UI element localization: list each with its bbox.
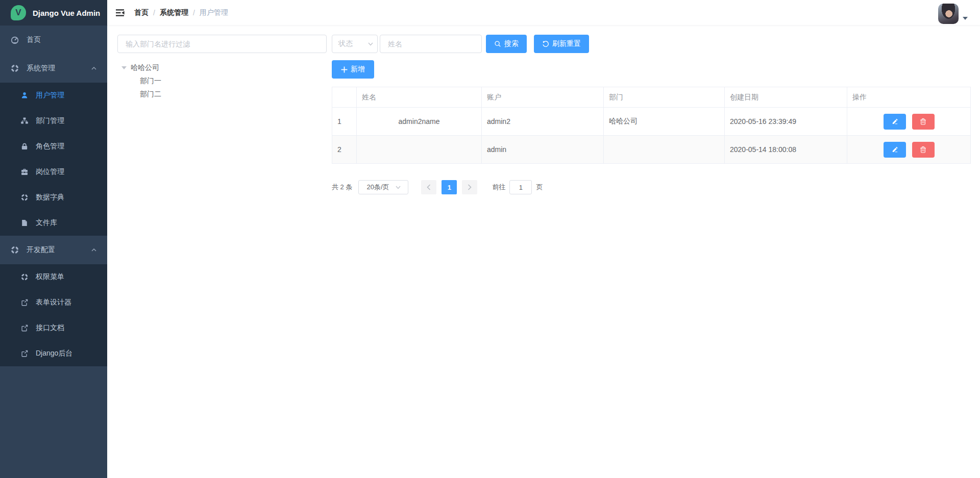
sidebar-section-system[interactable]: 系统管理 [0,54,107,83]
cell-name [357,136,482,164]
search-button[interactable]: 搜索 [486,35,527,53]
edit-pencil-icon [891,118,898,125]
sidebar-item-label: 角色管理 [36,142,64,151]
search-button-label: 搜索 [504,39,519,48]
vue-logo-icon: V [11,5,26,20]
plus-icon [341,66,348,73]
sidebar-item-home[interactable]: 首页 [0,26,107,54]
aim-icon [10,64,19,73]
sidebar-toggle-button[interactable] [107,0,133,26]
sidebar-item-label: 接口文档 [36,323,64,333]
main-area: 首页 / 系统管理 / 用户管理 哈哈公司 [107,0,980,478]
col-header-account: 账户 [482,87,604,108]
pagination-jumper: 前往 页 [492,180,543,194]
sidebar-item-files[interactable]: 文件库 [0,210,107,236]
status-select[interactable]: 状态 [332,35,378,53]
department-tree: 哈哈公司 部门一 部门二 [117,61,327,101]
tree-node-child[interactable]: 部门一 [117,74,327,88]
page-number-button[interactable]: 1 [442,180,457,194]
briefcase-icon [20,168,29,176]
chevron-down-icon [396,186,401,189]
dashboard-icon [10,35,19,44]
hamburger-icon [115,8,125,18]
user-menu[interactable] [938,1,968,24]
sidebar-item-permission-menu[interactable]: 权限菜单 [0,264,107,290]
department-filter-input[interactable] [117,35,327,53]
row-actions [852,142,965,158]
refresh-reset-button-label: 刷新重置 [552,39,581,48]
breadcrumb-home[interactable]: 首页 [134,8,149,17]
col-header-created: 创建日期 [725,87,847,108]
lock-icon [20,142,29,150]
edit-button[interactable] [884,142,906,158]
breadcrumb-system[interactable]: 系统管理 [160,8,188,17]
user-icon [20,91,29,99]
add-user-button[interactable]: 新增 [332,60,374,79]
department-panel: 哈哈公司 部门一 部门二 [117,35,327,194]
app-title: Django Vue Admin [33,9,100,17]
tree-node-label: 部门一 [140,77,161,86]
sidebar-item-label: 文件库 [36,218,57,228]
page-size-value: 20条/页 [366,183,389,192]
user-avatar[interactable] [938,4,959,24]
cell-index: 2 [332,136,357,164]
tree-expand-icon[interactable] [121,66,127,69]
sidebar-item-api-docs[interactable]: 接口文档 [0,315,107,341]
table-row: 2 admin 2020-05-14 18:00:08 [332,136,971,164]
sidebar-item-dictionary[interactable]: 数据字典 [0,185,107,210]
chevron-down-icon [368,42,373,46]
sidebar-item-label: Django后台 [36,349,72,358]
col-header-ops: 操作 [847,87,971,108]
external-link-icon [20,298,29,307]
cell-dept [604,136,725,164]
cell-name: admin2name [357,108,482,136]
add-user-button-label: 新增 [351,65,365,74]
breadcrumb-separator: / [153,9,155,17]
goto-page-input[interactable] [509,180,532,194]
chevron-right-icon [468,184,472,190]
org-tree-icon [20,117,29,125]
breadcrumb-separator: / [193,9,195,17]
sidebar-item-roles[interactable]: 角色管理 [0,134,107,159]
aim-icon [20,273,29,281]
breadcrumb: 首页 / 系统管理 / 用户管理 [134,8,228,17]
sidebar-section-dev[interactable]: 开发配置 [0,236,107,264]
sidebar-item-departments[interactable]: 部门管理 [0,108,107,134]
table-row: 1 admin2name admin2 哈哈公司 2020-05-16 23:3… [332,108,971,136]
sidebar-item-label: 表单设计器 [36,298,71,307]
delete-button[interactable] [912,114,935,130]
table-header-row: 姓名 账户 部门 创建日期 操作 [332,87,971,108]
logo[interactable]: V Django Vue Admin [0,0,107,26]
page-size-select[interactable]: 20条/页 [358,180,408,194]
sidebar-item-posts[interactable]: 岗位管理 [0,159,107,185]
tree-node-root[interactable]: 哈哈公司 [117,61,327,74]
cell-created: 2020-05-14 18:00:08 [725,136,847,164]
prev-page-button[interactable] [421,180,436,194]
sidebar-item-form-designer[interactable]: 表单设计器 [0,290,107,315]
refresh-reset-button[interactable]: 刷新重置 [534,35,589,53]
aim-icon [20,193,29,202]
delete-button[interactable] [912,142,935,158]
caret-down-icon [963,17,968,20]
row-actions [852,114,965,130]
cell-account: admin2 [482,108,604,136]
sidebar-item-django-admin[interactable]: Django后台 [0,341,107,366]
sidebar-section-label: 系统管理 [27,64,55,73]
refresh-icon [542,40,549,47]
aim-icon [10,245,19,255]
pagination-total: 共 2 条 [332,183,352,192]
next-page-button[interactable] [462,180,477,194]
external-link-icon [20,324,29,332]
trash-icon [920,118,926,125]
sidebar-section-label: 开发配置 [27,245,55,255]
filter-toolbar: 状态 搜索 [332,35,971,53]
sidebar-item-label: 岗位管理 [36,167,64,177]
top-navbar: 首页 / 系统管理 / 用户管理 [107,0,980,26]
page-unit-label: 页 [536,183,543,192]
edit-button[interactable] [884,114,906,130]
user-list-panel: 状态 搜索 [332,35,971,194]
tree-node-child[interactable]: 部门二 [117,88,327,101]
sidebar-item-users[interactable]: 用户管理 [0,83,107,108]
sidebar-item-label: 首页 [27,35,41,44]
name-filter-input[interactable] [380,35,482,53]
